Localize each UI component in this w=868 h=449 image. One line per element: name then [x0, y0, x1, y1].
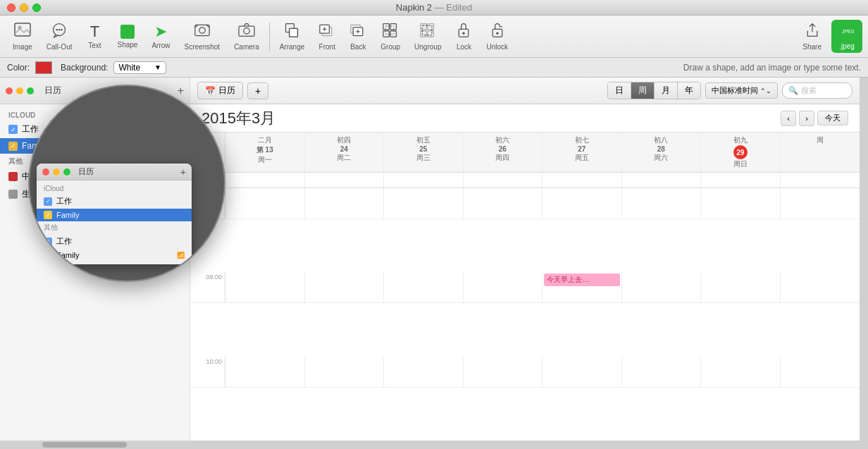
maximize-button[interactable]	[32, 4, 41, 12]
mini-max[interactable]	[63, 168, 70, 176]
cell-0900-1[interactable]	[305, 272, 385, 303]
mini-cal-add-button[interactable]: +	[180, 166, 186, 178]
cell-1000-5[interactable]	[622, 357, 702, 388]
cal-view-month[interactable]: 月	[655, 82, 678, 99]
toolbar-arrow-button[interactable]: ➤ Arrow	[144, 21, 177, 52]
traffic-lights[interactable]	[7, 4, 41, 12]
cal-nav-prev[interactable]: ‹	[781, 111, 796, 126]
text-icon: T	[90, 24, 99, 39]
toolbar-arrange-button[interactable]: Arrange	[273, 20, 312, 54]
toolbar-share-button[interactable]: Share	[795, 20, 829, 54]
allday-2	[384, 173, 464, 187]
cal-btn-calendar[interactable]: 📅 日历	[197, 82, 243, 99]
week-col-3: 初六 26 周四	[464, 133, 543, 172]
sidebar-close[interactable]	[6, 87, 13, 94]
cell-1000-4[interactable]	[542, 357, 622, 388]
cal-label: 日历	[218, 85, 235, 97]
arrow-icon: ➤	[154, 24, 167, 39]
toolbar-callout-button[interactable]: Call-Out	[39, 20, 80, 54]
cell-0800-5[interactable]	[622, 188, 702, 219]
close-button[interactable]	[7, 4, 16, 12]
screenshot-icon	[194, 23, 211, 41]
text-label: Text	[88, 42, 101, 49]
toolbar-shape-button[interactable]: Shape	[110, 22, 144, 51]
cal-view-week[interactable]: 周	[631, 82, 655, 99]
cell-0800-7[interactable]	[781, 188, 860, 219]
cell-1000-7[interactable]	[781, 357, 860, 388]
mini-icloud-header: iCloud	[37, 183, 192, 194]
scrollbar-right[interactable]	[860, 78, 868, 441]
cal-timezone[interactable]: 中国标准时间 ⌃⌄	[705, 82, 778, 99]
toolbar-text-button[interactable]: T Text	[79, 21, 110, 52]
scrollbar-bottom[interactable]	[0, 441, 860, 449]
canvas-area[interactable]: 日历 + iCloud ✓ 工作 ✓ Family 📶 其他 中国节假日	[0, 78, 860, 441]
cell-0900-4[interactable]: 今天早上去…	[542, 272, 622, 303]
cell-0800-1[interactable]	[305, 188, 385, 219]
cell-1000-2[interactable]	[384, 357, 464, 388]
cell-0900-3[interactable]	[464, 272, 543, 303]
background-dropdown[interactable]: White ▼	[113, 61, 166, 74]
mini-item-family1[interactable]: ✓ Family	[37, 209, 192, 221]
cell-0800-6[interactable]	[701, 188, 781, 219]
cell-0800-0[interactable]	[225, 188, 305, 219]
cell-0900-0[interactable]	[225, 272, 305, 303]
svg-point-4	[58, 28, 61, 30]
svg-rect-28	[421, 30, 426, 36]
ungroup-icon	[419, 23, 436, 41]
cell-1000-0[interactable]	[225, 357, 305, 388]
minimize-button[interactable]	[20, 4, 28, 12]
cell-1000-6[interactable]	[701, 357, 781, 388]
cell-0900-5[interactable]	[622, 272, 702, 303]
svg-rect-21	[383, 23, 389, 29]
camera-label: Camera	[234, 43, 259, 51]
week-col-1: 初四 24 周二	[305, 133, 385, 172]
allday-1	[305, 173, 385, 187]
front-icon	[318, 23, 335, 41]
toolbar-back-button[interactable]: Back	[342, 20, 373, 54]
mini-item-work1[interactable]: ✓ 工作	[37, 194, 192, 209]
mini-other-header: 其他	[37, 221, 192, 234]
lock-icon	[456, 23, 471, 41]
cell-0900-2[interactable]	[384, 272, 464, 303]
mini-close[interactable]	[42, 168, 49, 176]
calendar-icon: 📅	[205, 86, 216, 96]
cell-1000-3[interactable]	[464, 357, 543, 388]
callout-label: Call-Out	[46, 43, 73, 51]
cell-0800-2[interactable]	[384, 188, 464, 219]
toolbar-unlock-button[interactable]: Unlock	[479, 20, 515, 54]
color-swatch[interactable]	[35, 61, 52, 74]
toolbar-camera-button[interactable]: Camera	[227, 20, 266, 54]
svg-rect-11	[290, 28, 298, 37]
cell-0900-6[interactable]	[701, 272, 781, 303]
mini-family2-wifi: 📶	[177, 252, 185, 259]
cal-search[interactable]: 🔍 搜索	[782, 82, 852, 99]
cell-1000-1[interactable]	[305, 357, 385, 388]
cal-view-day[interactable]: 日	[608, 82, 631, 99]
cal-btn-add[interactable]: +	[247, 82, 268, 99]
cal-today-btn[interactable]: 今天	[817, 111, 848, 125]
toolbar-image-button[interactable]: Image	[6, 20, 39, 54]
cal-view-year[interactable]: 年	[678, 82, 700, 99]
toolbar-jpeg-button[interactable]: JPEG .jpeg	[831, 20, 862, 53]
svg-point-32	[463, 32, 465, 34]
toolbar-screenshot-button[interactable]: Screenshot	[178, 20, 228, 54]
cell-0800-4[interactable]	[542, 188, 622, 219]
sidebar-add-button[interactable]: +	[178, 85, 184, 97]
timezone-chevron: ⌃⌄	[760, 87, 771, 94]
mini-min[interactable]	[53, 168, 60, 176]
toolbar-ungroup-button[interactable]: Ungroup	[407, 20, 448, 54]
toolbar-group-button[interactable]: Group	[373, 20, 407, 54]
cell-0900-7[interactable]	[781, 272, 860, 303]
sidebar-max[interactable]	[27, 87, 34, 94]
cell-0800-3[interactable]	[464, 188, 543, 219]
allday-4	[542, 173, 622, 187]
scrollbar-thumb-horizontal[interactable]	[42, 442, 127, 448]
mini-cal-titlebar: 日历 +	[37, 164, 192, 180]
mini-item-work2[interactable]: ✓ 工作	[37, 234, 192, 249]
cal-nav-next[interactable]: ›	[799, 111, 814, 126]
toolbar-lock-button[interactable]: Lock	[448, 20, 479, 54]
mini-item-family2[interactable]: ✓ Family 📶	[37, 249, 192, 262]
sidebar-min[interactable]	[16, 87, 23, 94]
event-block[interactable]: 今天早上去…	[544, 273, 620, 286]
toolbar-front-button[interactable]: Front	[311, 20, 342, 54]
